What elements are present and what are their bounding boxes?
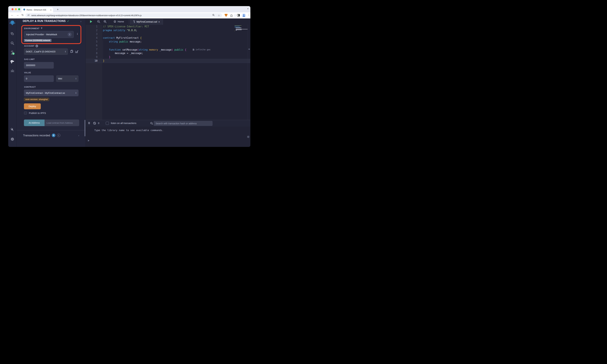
- code-line[interactable]: 4contract MyFirstContract {: [86, 36, 251, 40]
- terminal-scroll-dot[interactable]: [247, 136, 249, 138]
- metamask-icon[interactable]: [224, 14, 228, 18]
- bookmark-star-icon[interactable]: ☆: [218, 14, 220, 17]
- transactions-recorded-row[interactable]: Transactions recorded 0 i ›: [23, 133, 79, 137]
- reload-icon[interactable]: ↻: [21, 13, 24, 17]
- minimap[interactable]: [235, 26, 247, 31]
- browser-toolbar: ← → ↻ remix.ethereum.org/#lang=en&optimi…: [8, 12, 251, 18]
- account-select[interactable]: 0x9Cf...CaaF4 (0.04924420 ▲▼: [24, 48, 68, 55]
- forward-icon[interactable]: →: [16, 13, 19, 17]
- tab-search-chevron-icon[interactable]: ▾: [247, 8, 248, 10]
- collapse-terminal-icon[interactable]: [88, 122, 90, 125]
- code-editor[interactable]: 1// SPDX-License-Identifier: MIT2pragma …: [86, 25, 251, 120]
- environment-info-icon[interactable]: i: [77, 32, 78, 36]
- transactions-count-badge: 0: [52, 133, 55, 137]
- macos-minimize-button[interactable]: [15, 8, 17, 10]
- browser-tab[interactable]: Remix - Ethereum IDE ×: [21, 7, 53, 12]
- back-icon[interactable]: ←: [11, 13, 14, 17]
- code-line[interactable]: 2pragma solidity ^0.8.0;: [86, 28, 251, 32]
- value-input[interactable]: [24, 75, 54, 82]
- close-tab-icon[interactable]: ×: [50, 9, 52, 11]
- code-line[interactable]: 6: [86, 44, 251, 48]
- gas-limit-input[interactable]: [24, 62, 54, 69]
- macos-zoom-button[interactable]: [18, 8, 20, 10]
- new-tab-button[interactable]: +: [55, 7, 60, 12]
- code-line[interactable]: 5 string public message;: [86, 40, 251, 44]
- panel-divider: [16, 130, 86, 130]
- search-icon[interactable]: [8, 41, 16, 46]
- deploy-run-icon[interactable]: [8, 60, 16, 65]
- tab-title: Remix - Ethereum IDE: [26, 9, 49, 11]
- remix-favicon: [23, 8, 26, 11]
- site-info-icon[interactable]: [27, 14, 30, 17]
- terminal-search-input[interactable]: [154, 121, 212, 126]
- contract-label: CONTRACT: [24, 86, 36, 88]
- environment-label: ENVIRONMENT: [24, 27, 43, 30]
- settings-gear-icon[interactable]: [8, 137, 16, 142]
- code-line[interactable]: 8 message = _message;: [86, 52, 251, 55]
- extensions-puzzle-icon[interactable]: [230, 14, 233, 17]
- at-address-input[interactable]: [45, 119, 79, 126]
- code-lines: 1// SPDX-License-Identifier: MIT2pragma …: [86, 25, 251, 63]
- code-line[interactable]: 9 }: [86, 55, 251, 59]
- listen-all-transactions-label: listen on all transactions: [111, 122, 136, 124]
- toolbar-separator: [235, 14, 235, 17]
- add-account-icon[interactable]: +: [36, 45, 38, 47]
- tab-myfirstcontract[interactable]: MyFirstContract.sol ×: [130, 19, 163, 25]
- terminal-toolbar: 0 listen on all transactions: [86, 120, 251, 127]
- copy-account-icon[interactable]: [70, 50, 73, 54]
- evm-version-badge: evm version: shanghai: [24, 98, 49, 101]
- code-line[interactable]: 7 function setMessage(string memory _mes…: [86, 48, 251, 52]
- updown-arrows-icon: ▲▼: [68, 32, 72, 37]
- deploy-button[interactable]: Deploy: [24, 103, 41, 109]
- plug-icon: [40, 27, 43, 30]
- terminal-prompt[interactable]: >: [88, 139, 89, 142]
- tab-home[interactable]: Home: [109, 18, 129, 25]
- value-unit-select[interactable]: Wei ▲▼: [56, 75, 79, 82]
- code-line[interactable]: 3: [86, 32, 251, 36]
- publish-checkbox[interactable]: [24, 112, 27, 114]
- updown-arrows-icon: ▲▼: [75, 78, 77, 80]
- file-explorer-icon[interactable]: [8, 32, 16, 37]
- zoom-page-icon[interactable]: [212, 14, 215, 17]
- editor-scrollbar-thumb[interactable]: [248, 49, 250, 50]
- publish-label: Publish to IPFS: [29, 112, 46, 114]
- at-address-button[interactable]: At Address: [24, 119, 45, 126]
- contract-select[interactable]: MyFirstContract - MyFirstContract.so ▲▼: [24, 90, 79, 96]
- zoom-in-icon[interactable]: [104, 20, 107, 24]
- editor-tabbar: Home MyFirstContract.sol ×: [86, 18, 251, 25]
- code-line[interactable]: 10}: [86, 59, 251, 63]
- transactions-info-icon[interactable]: i: [57, 134, 60, 137]
- debugger-bug-icon[interactable]: [8, 69, 16, 74]
- zoom-out-icon[interactable]: [97, 20, 100, 24]
- pending-transactions-count: 0: [98, 122, 99, 124]
- terminal-output[interactable]: Type the library name to see available c…: [86, 127, 251, 147]
- transactions-chevron-icon[interactable]: ›: [78, 134, 79, 137]
- close-file-icon[interactable]: ×: [158, 21, 160, 23]
- side-panel-icon[interactable]: [237, 14, 240, 17]
- account-label: ACCOUNT +: [24, 45, 38, 47]
- solidity-compiler-icon[interactable]: [8, 50, 16, 56]
- clear-console-ban-icon[interactable]: [93, 122, 96, 125]
- publish-to-ipfs-row: Publish to IPFS: [24, 112, 46, 114]
- url-bar[interactable]: remix.ethereum.org/#lang=en&optimize=fal…: [26, 13, 222, 18]
- profile-avatar[interactable]: [242, 13, 246, 18]
- panel-chevron-right-icon[interactable]: ›: [80, 20, 81, 23]
- icon-rail: [8, 18, 16, 147]
- panel-scrollbar[interactable]: [85, 120, 85, 136]
- code-line[interactable]: 1// SPDX-License-Identifier: MIT: [86, 25, 251, 28]
- gas-limit-label: GAS LIMIT: [24, 58, 35, 61]
- solidity-file-icon: [133, 20, 135, 23]
- plugin-manager-plug-icon[interactable]: [8, 128, 16, 132]
- url-text[interactable]: remix.ethereum.org/#lang=en&optimize=fal…: [31, 14, 212, 17]
- transactions-label: Transactions recorded: [23, 134, 50, 137]
- check-icon: ✓: [67, 20, 69, 23]
- browser-menu-icon[interactable]: ⋮: [247, 13, 250, 16]
- macos-close-button[interactable]: [12, 8, 13, 10]
- run-script-play-icon[interactable]: [90, 20, 92, 23]
- network-badge: Custom (11155420) network: [24, 39, 52, 42]
- updown-arrows-icon: ▲▼: [65, 51, 66, 52]
- listen-all-transactions-checkbox[interactable]: [106, 122, 109, 125]
- indent-guide: [109, 52, 109, 55]
- environment-select[interactable]: Injected Provider - MetaMask ▲▼: [24, 31, 74, 38]
- edit-account-pencil-icon[interactable]: [75, 50, 79, 54]
